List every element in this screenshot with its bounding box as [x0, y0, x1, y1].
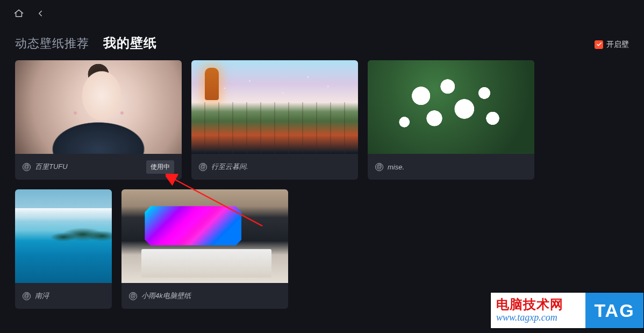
watermark-url: www.tagxp.com: [496, 312, 584, 323]
topbar: [0, 0, 644, 24]
home-icon[interactable]: [13, 8, 25, 19]
watermark-title: 电脑技术网: [496, 297, 584, 311]
back-icon[interactable]: [34, 8, 46, 19]
status-badge: 使用中: [146, 160, 174, 174]
author-label: 小雨4k电脑壁纸: [141, 291, 191, 301]
wallpaper-thumbnail: [191, 60, 358, 154]
watermark-tag: TAG: [584, 293, 643, 328]
wallpaper-card[interactable]: @ 行至云暮间.: [191, 60, 358, 180]
wallpaper-thumbnail: [121, 189, 288, 283]
wallpaper-card[interactable]: @ 南浔: [15, 189, 112, 309]
wallpaper-card[interactable]: @ 小雨4k电脑壁纸: [121, 189, 288, 309]
wallpaper-footer: @ 百里TUFU 使用中: [15, 154, 182, 180]
tab-my-wallpapers[interactable]: 我的壁纸: [103, 34, 157, 52]
wallpaper-footer: @ 南浔: [15, 283, 112, 309]
enable-wallpaper-label: 开启壁: [606, 40, 629, 49]
wallpaper-footer: @ mise.: [368, 154, 534, 180]
checkbox-icon: [595, 40, 603, 49]
at-icon: @: [23, 163, 31, 171]
author-label: mise.: [388, 163, 404, 171]
author-label: 百里TUFU: [35, 162, 68, 172]
enable-wallpaper-toggle[interactable]: 开启壁: [595, 40, 629, 49]
at-icon: @: [129, 292, 137, 300]
at-icon: @: [375, 163, 383, 171]
at-icon: @: [199, 163, 207, 171]
author-label: 行至云暮间.: [211, 162, 248, 172]
wallpaper-thumbnail: [368, 60, 534, 154]
wallpaper-footer: @ 行至云暮间.: [191, 154, 358, 180]
wallpaper-card[interactable]: @ mise.: [368, 60, 534, 180]
wallpaper-footer: @ 小雨4k电脑壁纸: [121, 283, 288, 309]
author-label: 南浔: [35, 291, 49, 301]
watermark-text: 电脑技术网 www.tagxp.com: [491, 293, 584, 328]
tabs: 动态壁纸推荐 我的壁纸: [15, 34, 157, 52]
tab-recommend[interactable]: 动态壁纸推荐: [15, 36, 89, 52]
wallpaper-thumbnail: [15, 189, 112, 283]
wallpaper-card[interactable]: @ 百里TUFU 使用中: [15, 60, 182, 180]
watermark: 电脑技术网 www.tagxp.com TAG: [490, 292, 644, 329]
at-icon: @: [23, 292, 31, 300]
wallpaper-grid: @ 百里TUFU 使用中 @ 行至云暮间. @ mise. @ 南浔 @ 小雨4…: [0, 60, 644, 309]
wallpaper-thumbnail: [15, 60, 182, 154]
header: 动态壁纸推荐 我的壁纸 开启壁: [0, 24, 644, 60]
